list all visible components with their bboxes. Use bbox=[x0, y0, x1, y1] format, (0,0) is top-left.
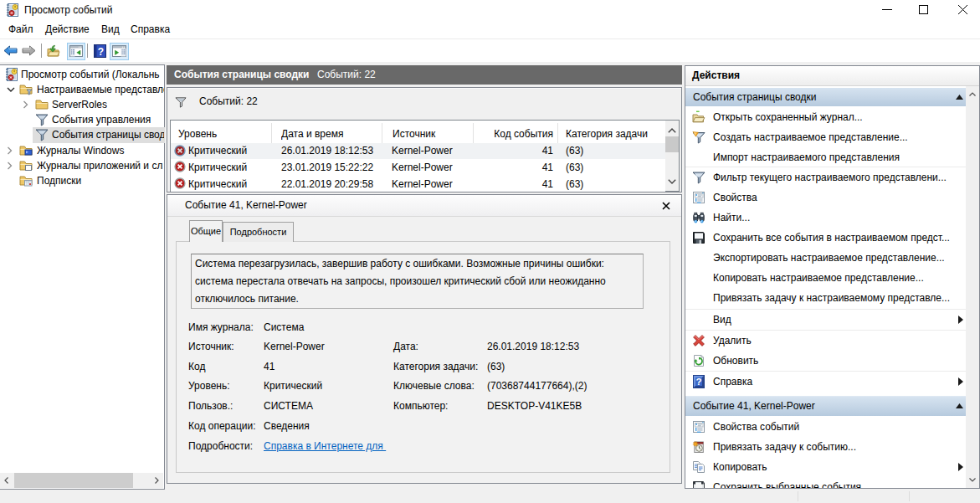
svg-text:?: ? bbox=[98, 46, 104, 58]
svg-text:?: ? bbox=[695, 377, 701, 387]
